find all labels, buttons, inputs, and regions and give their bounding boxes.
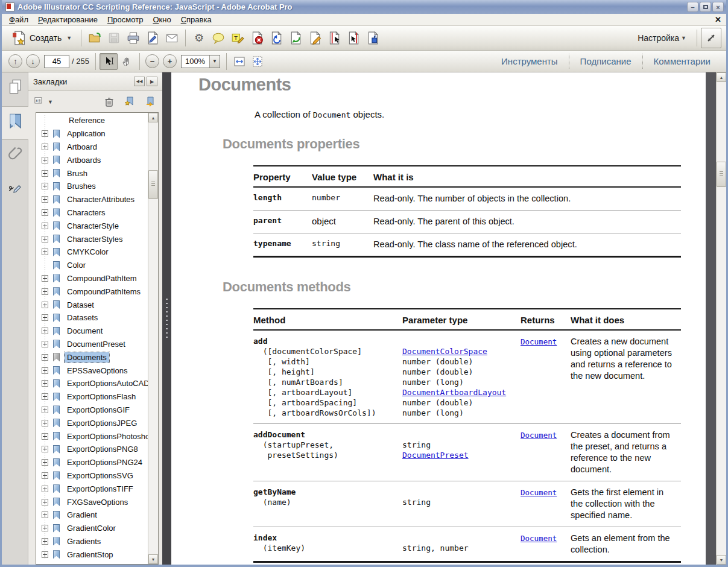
expand-icon[interactable]: [42, 472, 48, 479]
next-page-button[interactable]: ↓: [26, 54, 40, 68]
scroll-up-icon[interactable]: ▲: [717, 72, 726, 82]
expand-current-bookmark-button[interactable]: [144, 96, 156, 108]
expand-icon[interactable]: [42, 302, 48, 308]
hand-tool-button[interactable]: [118, 53, 136, 70]
expand-icon[interactable]: [42, 288, 48, 295]
expand-icon[interactable]: [42, 420, 48, 426]
scroll-down-icon[interactable]: ▼: [148, 554, 158, 564]
expand-icon[interactable]: [42, 170, 48, 177]
select-object-button[interactable]: [344, 28, 363, 48]
bookmark-gradientcolor[interactable]: GradientColor: [36, 522, 148, 535]
panel-splitter[interactable]: [162, 72, 171, 565]
scrollbar-thumb[interactable]: [717, 162, 726, 187]
fit-width-button[interactable]: [230, 53, 248, 70]
delete-pages-button[interactable]: [247, 28, 267, 48]
bookmark-exportoptionspng24[interactable]: ExportOptionsPNG24: [36, 456, 148, 469]
bookmark-epssaveoptions[interactable]: EPSSaveOptions: [36, 364, 148, 377]
expand-icon[interactable]: [42, 459, 48, 466]
bookmark-exportoptionsphotoshop[interactable]: ExportOptionsPhotoshop: [36, 429, 148, 443]
previous-page-button[interactable]: ↑: [8, 54, 22, 68]
returns-link[interactable]: Document: [521, 534, 557, 543]
bookmark-characterstyle[interactable]: CharacterStyle: [36, 219, 148, 232]
expand-icon[interactable]: [42, 499, 48, 505]
expand-icon[interactable]: [42, 157, 48, 163]
reading-mode-button[interactable]: [701, 28, 721, 48]
bookmark-compoundpathitems[interactable]: CompoundPathItems: [36, 285, 148, 298]
menu-просмотр[interactable]: Просмотр: [103, 14, 148, 25]
bookmark-fxgsaveoptions[interactable]: FXGSaveOptions: [36, 495, 148, 508]
scrollbar-thumb[interactable]: [148, 170, 158, 199]
bookmark-artboards[interactable]: Artboards: [36, 153, 148, 166]
menu-редактирование[interactable]: Редактирование: [33, 14, 103, 25]
bookmark-application[interactable]: Application: [36, 127, 148, 141]
email-button[interactable]: [162, 28, 182, 48]
bookmark-gradientstop[interactable]: GradientStop: [36, 548, 148, 561]
edit-text-button[interactable]: [305, 28, 324, 48]
tab-комментарии[interactable]: Комментарии: [642, 54, 721, 69]
comment-button[interactable]: [209, 28, 228, 48]
expand-icon[interactable]: [42, 486, 48, 492]
bookmark-color[interactable]: Color: [36, 259, 148, 272]
settings-button[interactable]: Настройка ▼: [631, 28, 693, 48]
bookmark-exportoptionsjpeg[interactable]: ExportOptionsJPEG: [36, 416, 148, 429]
signatures-panel-button[interactable]: [2, 174, 28, 207]
page-number-input[interactable]: [44, 55, 69, 68]
bookmark-documents[interactable]: Documents: [36, 350, 148, 364]
expand-icon[interactable]: [42, 551, 48, 558]
expand-icon[interactable]: [42, 328, 48, 334]
bookmark-artboard[interactable]: Artboard: [36, 141, 148, 154]
document-scrollbar[interactable]: ▲ ▼: [716, 72, 726, 565]
bookmark-brushes[interactable]: Brushes: [36, 180, 148, 193]
type-link[interactable]: DocumentPreset: [402, 450, 517, 460]
highlight-text-button[interactable]: T: [228, 28, 247, 48]
bookmark-characterstyles[interactable]: CharacterStyles: [36, 232, 148, 245]
pages-panel-button[interactable]: [2, 72, 28, 106]
expand-icon[interactable]: [42, 209, 48, 216]
expand-icon[interactable]: [42, 538, 48, 545]
replace-pages-button[interactable]: [267, 28, 286, 48]
bookmark-exportoptionsautocad[interactable]: ExportOptionsAutoCAD: [36, 377, 148, 390]
bookmark-gradients[interactable]: Gradients: [36, 535, 148, 548]
bookmark-characterattributes[interactable]: CharacterAttributes: [36, 193, 148, 206]
expand-panel-icon[interactable]: ▶: [147, 77, 157, 86]
bookmark-characters[interactable]: Characters: [36, 206, 148, 220]
menu-файл[interactable]: Файл: [4, 14, 33, 25]
close-document-icon[interactable]: ✕: [715, 15, 721, 24]
type-link[interactable]: DocumentColorSpace: [402, 346, 517, 356]
tab-инструменты[interactable]: Инструменты: [490, 54, 569, 69]
close-button[interactable]: ×: [712, 2, 724, 12]
minimize-button[interactable]: –: [687, 2, 698, 12]
fit-page-button[interactable]: [248, 53, 267, 70]
expand-icon[interactable]: [42, 275, 48, 282]
bookmark-exportoptionstiff[interactable]: ExportOptionsTIFF: [36, 482, 148, 495]
returns-link[interactable]: Document: [521, 337, 557, 346]
menu-справка[interactable]: Справка: [176, 14, 217, 25]
scroll-down-icon[interactable]: ▼: [717, 555, 726, 565]
expand-icon[interactable]: [42, 183, 48, 189]
bookmark-cmykcolor[interactable]: CMYKColor: [36, 245, 148, 259]
expand-icon[interactable]: [42, 446, 48, 452]
expand-icon[interactable]: [42, 354, 48, 361]
bookmark-brush[interactable]: Brush: [36, 166, 148, 180]
expand-icon[interactable]: [42, 367, 48, 374]
touchup-object-button[interactable]: [363, 28, 382, 48]
returns-link[interactable]: Document: [521, 431, 557, 440]
insert-pages-button[interactable]: [286, 28, 305, 48]
bookmark-exportoptionsflash[interactable]: ExportOptionsFlash: [36, 390, 148, 404]
expand-icon[interactable]: [42, 380, 48, 387]
zoom-out-button[interactable]: −: [145, 54, 159, 68]
expand-icon[interactable]: [42, 236, 48, 242]
bookmarks-scrollbar[interactable]: ▲ ▼: [148, 113, 158, 564]
scroll-up-icon[interactable]: ▲: [148, 113, 158, 122]
bookmark-options-button[interactable]: 8▼: [34, 97, 53, 107]
print-button[interactable]: [124, 28, 143, 48]
select-tool-button[interactable]: [100, 53, 118, 70]
crop-pages-button[interactable]: [324, 28, 344, 48]
collapse-panel-icon[interactable]: ◀◀: [134, 77, 145, 86]
type-link[interactable]: DocumentArtboardLayout: [402, 387, 517, 398]
bookmark-exportoptionssvg[interactable]: ExportOptionsSVG: [36, 469, 148, 483]
bookmark-exportoptionsgif[interactable]: ExportOptionsGIF: [36, 404, 148, 417]
bookmark-reference[interactable]: Reference: [36, 114, 148, 127]
expand-icon[interactable]: [42, 341, 48, 347]
attachments-panel-button[interactable]: [2, 140, 28, 174]
